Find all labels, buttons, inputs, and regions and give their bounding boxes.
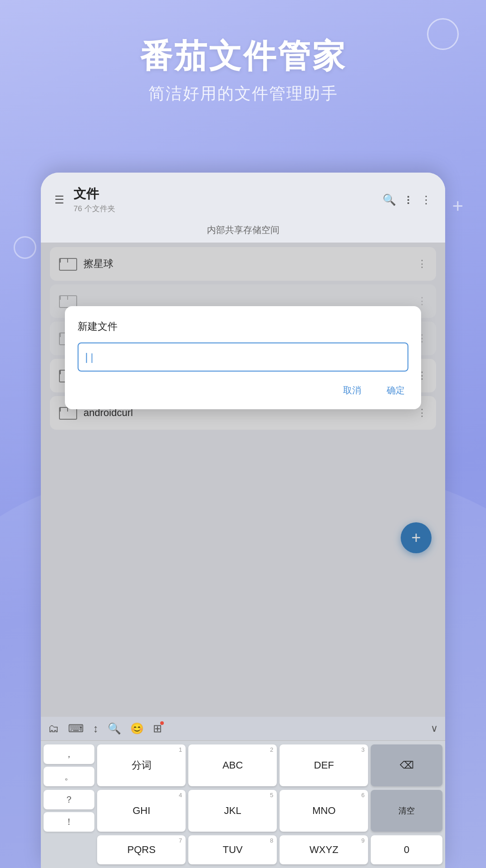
file-count: 76 个文件夹	[74, 203, 373, 214]
dialog-overlay: 新建文件 | 取消 确定	[41, 243, 445, 717]
key-num-6: 6	[361, 792, 364, 799]
kb-search-icon[interactable]: 🔍	[108, 722, 121, 735]
key-1-fenci[interactable]: 1 分词	[97, 744, 186, 786]
phone-mockup: ☰ 文件 76 个文件夹 🔍 ⫶ ⋮ 内部共享存储空间 擦星球 ⋮	[41, 173, 445, 868]
app-title: 番茄文件管家	[18, 36, 468, 75]
key-label: JKL	[224, 805, 241, 817]
key-2-abc[interactable]: 2 ABC	[188, 744, 277, 786]
storage-label: 内部共享存储空间	[41, 220, 445, 243]
key-num-5: 5	[270, 792, 273, 799]
key-3-def[interactable]: 3 DEF	[280, 744, 368, 786]
kb-emoji-icon[interactable]: 😊	[130, 722, 144, 735]
key-label: GHI	[133, 805, 150, 817]
key-label: 分词	[132, 759, 152, 772]
key-num-7: 7	[179, 837, 182, 844]
deco-plus-icon: +	[452, 195, 463, 217]
key-clear[interactable]: 清空	[371, 790, 442, 832]
clear-label: 清空	[398, 805, 415, 816]
keyboard-row-3: 7 PQRS 8 TUV 9 WXYZ 0	[44, 835, 442, 864]
key-num-3: 3	[361, 746, 364, 753]
kb-keyboard-icon[interactable]: ⌨	[68, 722, 84, 735]
kb-clipboard-icon[interactable]: 🗂	[48, 722, 59, 735]
key-period[interactable]: 。	[44, 767, 94, 786]
key-label: WXYZ	[309, 844, 339, 856]
text-cursor: |	[85, 351, 88, 363]
deco-circle-left	[14, 236, 36, 259]
top-bar: ☰ 文件 76 个文件夹 🔍 ⫶ ⋮	[41, 173, 445, 220]
kb-cursor-icon[interactable]: ↕	[93, 722, 98, 735]
key-label: DEF	[314, 759, 334, 771]
key-num-2: 2	[270, 746, 273, 753]
key-7-pqrs[interactable]: 7 PQRS	[97, 835, 186, 864]
kb-grid-icon[interactable]: ⊞	[153, 722, 162, 735]
kb-chevron-down-icon[interactable]: ∨	[431, 723, 438, 734]
more-options-icon[interactable]: ⋮	[421, 193, 432, 206]
cancel-button[interactable]: 取消	[339, 382, 365, 398]
key-num-8: 8	[270, 837, 273, 844]
new-file-dialog: 新建文件 | 取消 确定	[65, 306, 421, 409]
confirm-button[interactable]: 确定	[383, 382, 408, 398]
key-6-mno[interactable]: 6 MNO	[280, 790, 368, 832]
key-label: PQRS	[128, 844, 156, 856]
key-num-1: 1	[179, 746, 182, 753]
key-8-tuv[interactable]: 8 TUV	[188, 835, 277, 864]
key-label: MNO	[312, 805, 335, 817]
app-subtitle: 简洁好用的文件管理助手	[18, 83, 468, 105]
key-label: TUV	[223, 844, 243, 856]
key-comma[interactable]: ，	[44, 744, 94, 764]
file-list: 擦星球 ⋮ 新建文件 | 取消 确定	[41, 243, 445, 717]
dialog-title: 新建文件	[78, 320, 408, 333]
search-icon[interactable]: 🔍	[383, 193, 396, 206]
keyboard-row-1: ， 。 1 分词 2 ABC 3 DEF	[44, 744, 442, 786]
key-backspace[interactable]: ⌫	[371, 744, 442, 786]
top-icons: 🔍 ⫶ ⋮	[383, 192, 432, 207]
dialog-actions: 取消 确定	[78, 382, 408, 398]
key-4-ghi[interactable]: 4 GHI	[97, 790, 186, 832]
file-title: 文件	[74, 185, 373, 203]
keyboard-rows: ， 。 1 分词 2 ABC 3 DEF	[41, 741, 445, 868]
key-5-jkl[interactable]: 5 JKL	[188, 790, 277, 832]
key-9-wxyz[interactable]: 9 WXYZ	[280, 835, 368, 864]
app-ui: ☰ 文件 76 个文件夹 🔍 ⫶ ⋮ 内部共享存储空间 擦星球 ⋮	[41, 173, 445, 868]
key-exclaim[interactable]: ！	[44, 812, 94, 832]
dialog-input-field[interactable]: |	[78, 342, 408, 372]
left-side-col-2: ？ ！	[44, 790, 94, 832]
keyboard-row-2: ？ ！ 4 GHI 5 JKL 6 MNO	[44, 790, 442, 832]
key-label: 0	[404, 844, 409, 856]
keyboard-area: 🗂 ⌨ ↕ 🔍 😊 ⊞ ∨ ， 。 1 分词	[41, 717, 445, 868]
key-num-4: 4	[179, 792, 182, 799]
menu-icon[interactable]: ☰	[54, 193, 64, 206]
left-side-col: ， 。	[44, 744, 94, 786]
backspace-icon: ⌫	[400, 759, 414, 771]
key-num-9: 9	[361, 837, 364, 844]
sort-icon[interactable]: ⫶	[405, 192, 412, 207]
header-section: 番茄文件管家 简洁好用的文件管理助手	[0, 36, 486, 105]
key-label: ABC	[222, 759, 243, 771]
keyboard-toolbar: 🗂 ⌨ ↕ 🔍 😊 ⊞ ∨	[41, 717, 445, 741]
key-0[interactable]: 0	[371, 835, 442, 864]
key-question[interactable]: ？	[44, 790, 94, 809]
title-area: 文件 76 个文件夹	[74, 185, 373, 214]
